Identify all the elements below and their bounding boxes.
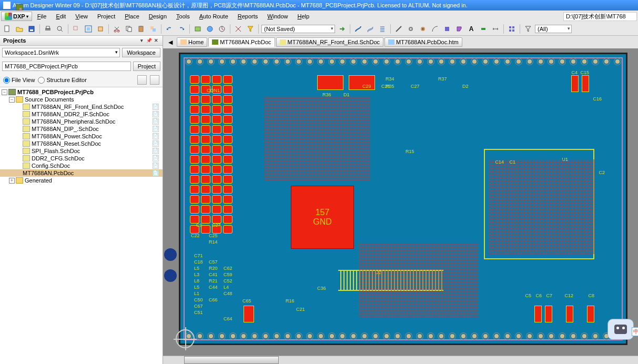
tree-doc[interactable]: SPI_Flash.SchDoc📄: [0, 147, 163, 155]
tree-doc[interactable]: MT7688AN_Reset.SchDoc📄: [0, 140, 163, 147]
comp: [587, 306, 594, 322]
file-view-radio[interactable]: File View: [3, 77, 35, 84]
silk: C5: [525, 293, 531, 298]
svg-point-22: [410, 28, 412, 29]
menu-project[interactable]: Project: [93, 12, 119, 21]
panel-menu-icon[interactable]: ▾: [138, 37, 145, 44]
scrollbar-thumb[interactable]: [184, 356, 279, 364]
menu-file[interactable]: File: [33, 12, 51, 21]
route-diff-icon[interactable]: [365, 24, 376, 34]
tree-doc[interactable]: MT7688AN_Pheripheral.SchDoc📄: [0, 118, 163, 125]
place-dim-icon[interactable]: [490, 24, 501, 34]
place-fill-icon[interactable]: [442, 24, 452, 34]
horizontal-scrollbar[interactable]: [163, 356, 638, 364]
print-icon[interactable]: [43, 24, 53, 34]
place-pad-icon[interactable]: [406, 24, 416, 34]
menu-autoroute[interactable]: Auto Route: [195, 12, 232, 21]
panel-opt1-icon[interactable]: [137, 75, 147, 85]
cut-icon[interactable]: [112, 24, 122, 34]
menu-design[interactable]: Design: [145, 12, 171, 21]
route-multi-icon[interactable]: [377, 24, 388, 34]
menu-view[interactable]: View: [71, 12, 92, 21]
menu-help[interactable]: Help: [293, 12, 313, 21]
crossprobe-icon[interactable]: [233, 24, 244, 34]
silk: C50: [194, 297, 203, 302]
panel-close-icon[interactable]: ✕: [153, 37, 159, 44]
svg-rect-27: [509, 26, 511, 28]
copy-icon[interactable]: [124, 24, 134, 34]
pcb-canvas[interactable]: CON1 157 GND U1 U2 R36 D1 C29 C28: [163, 48, 638, 356]
browse-libs-icon[interactable]: [193, 24, 203, 34]
panel-opt2-icon[interactable]: [150, 75, 159, 85]
route-icon[interactable]: [353, 24, 363, 34]
tree-generated-folder[interactable]: +Generated: [0, 177, 163, 184]
dxp-icon: [5, 13, 12, 20]
tree-doc[interactable]: Config.SchDoc📄: [0, 162, 163, 169]
preview-icon[interactable]: [55, 24, 65, 34]
separator: [39, 24, 40, 34]
panel-pin-icon[interactable]: 📌: [146, 37, 152, 44]
tree-root[interactable]: −MT7688_PCBProject.PrjPcb: [0, 88, 163, 96]
pcb-board[interactable]: CON1 157 GND U1 U2 R36 D1 C29 C28: [179, 53, 627, 345]
place-comp-icon[interactable]: [478, 24, 489, 34]
new-icon[interactable]: [2, 24, 13, 34]
place-line-icon[interactable]: [393, 24, 404, 34]
open-icon[interactable]: [14, 24, 25, 34]
svg-rect-30: [512, 29, 514, 32]
menu-edit[interactable]: Edit: [52, 12, 70, 21]
silk: L5: [194, 285, 199, 290]
separator: [230, 24, 230, 34]
place-arc-icon[interactable]: [430, 24, 440, 34]
tab-htm[interactable]: MT7688AN.PcbDoc.htm: [384, 37, 462, 47]
filter-combo[interactable]: (All): [535, 25, 572, 33]
tree-doc[interactable]: MT7688AN_DIP_.SchDoc📄: [0, 125, 163, 133]
tab-nav-back-icon[interactable]: ◀: [165, 37, 176, 47]
panel-header[interactable]: Projects ▾ 📌 ✕: [0, 36, 163, 46]
tab-pcbdoc[interactable]: MT7688AN.PcbDoc: [208, 37, 275, 47]
update-icon[interactable]: [217, 24, 227, 34]
tree-doc[interactable]: DDR2_CFG.SchDoc📄: [0, 155, 163, 162]
document-tabs: ◀ Home MT7688AN.PcbDoc MT7688AN_RF_Front…: [163, 36, 638, 48]
tree-source-folder[interactable]: −Source Documents: [0, 96, 163, 103]
tab-schdoc[interactable]: MT7688AN_RF_Front_End.SchDoc: [276, 37, 383, 47]
tree-doc[interactable]: MT7688AN_RF_Front_End.SchDoc📄: [0, 103, 163, 110]
zoom-fit-icon[interactable]: [83, 24, 94, 34]
tab-home[interactable]: Home: [177, 37, 207, 47]
redo-icon[interactable]: [176, 24, 187, 34]
menu-window[interactable]: Window: [263, 12, 292, 21]
zoom-area-icon[interactable]: [71, 24, 82, 34]
align-icon[interactable]: [507, 24, 517, 34]
undo-icon[interactable]: [164, 24, 175, 34]
filter-icon[interactable]: [523, 24, 533, 34]
svg-rect-6: [74, 26, 77, 30]
menu-place[interactable]: Place: [120, 12, 144, 21]
place-poly-icon[interactable]: [454, 24, 464, 34]
silk: R14: [209, 239, 218, 245]
workspace-field[interactable]: Workspace1.DsnWrk: [2, 48, 120, 57]
ecom-icon[interactable]: [205, 24, 215, 34]
project-button[interactable]: Project: [133, 62, 160, 71]
place-text-icon[interactable]: A: [466, 24, 477, 34]
duplicate-icon[interactable]: [148, 24, 158, 34]
workspace-button[interactable]: Workspace: [122, 48, 160, 57]
zoom-selected-icon[interactable]: [95, 24, 106, 34]
silk: C1: [509, 159, 515, 165]
tree-doc[interactable]: MT7688AN_Power.SchDoc📄: [0, 133, 163, 140]
selectfilter-icon[interactable]: [245, 24, 256, 34]
path-display[interactable]: D:\[07]技术创新\MT768: [563, 12, 637, 21]
structure-editor-radio[interactable]: Structure Editor: [38, 77, 86, 84]
menu-tools[interactable]: Tools: [172, 12, 194, 21]
tree-doc[interactable]: MT7688AN_DDR2_IF.SchDoc📄: [0, 110, 163, 118]
place-via-icon[interactable]: [418, 24, 428, 34]
netclass-go-icon[interactable]: [337, 24, 347, 34]
project-field[interactable]: MT7688_PCBProject.PrjPcb: [2, 62, 131, 71]
dxp-menu[interactable]: DXP▾: [1, 12, 32, 21]
main-chip[interactable]: 157 GND: [291, 186, 354, 249]
paste-icon[interactable]: [136, 24, 146, 34]
netclass-combo[interactable]: (Not Saved): [261, 25, 335, 33]
menu-reports[interactable]: Reports: [234, 12, 262, 21]
tree-pcbdoc[interactable]: MT7688AN.PcbDoc📄: [0, 169, 163, 177]
save-icon[interactable]: [26, 24, 37, 34]
ime-indicator[interactable]: 中: [607, 319, 634, 340]
project-tree[interactable]: −MT7688_PCBProject.PrjPcb −Source Docume…: [0, 87, 163, 364]
